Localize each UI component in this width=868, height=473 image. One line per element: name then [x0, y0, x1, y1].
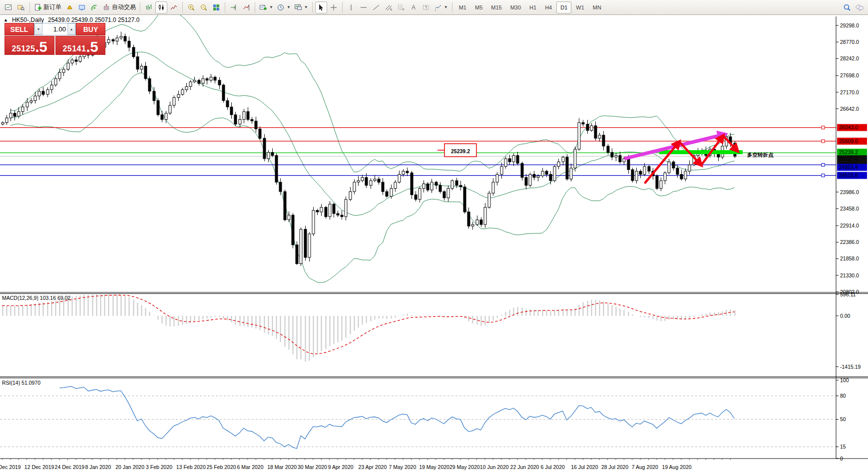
text-tool-button[interactable]: A [408, 1, 420, 13]
toolbar-separator [225, 2, 225, 13]
sell-price-frac: .5 [35, 40, 47, 53]
cursor-button[interactable] [315, 1, 327, 13]
profiles-button[interactable] [15, 1, 27, 13]
svg-text:24853.4: 24853.4 [839, 164, 858, 170]
volume-increase-button[interactable]: ▲ [67, 23, 75, 35]
price-level-callout-text: 25239.2 [451, 148, 470, 154]
svg-text:50: 50 [840, 416, 846, 422]
autoscroll-button[interactable] [240, 1, 252, 13]
cn-annotation-text: 多空转折点 [747, 152, 774, 158]
shapes-icon [434, 3, 442, 11]
mt4-window: { "toolbar": { "labels": { "new_order": … [0, 0, 868, 473]
chart-area[interactable]: 25239.2多空转折点26043.025609.025239.225042.0… [0, 15, 868, 473]
timeframe-mn-button[interactable]: MN [589, 1, 605, 13]
svg-text:25239.2: 25239.2 [839, 149, 858, 155]
candlestick-chart-button[interactable] [155, 1, 167, 13]
periods-button[interactable]: ▼ [275, 1, 292, 13]
market-watch-button[interactable] [76, 1, 88, 13]
timeframe-h4-button[interactable]: H4 [541, 1, 556, 13]
new-chart-button[interactable] [2, 1, 14, 13]
svg-text:22914.0: 22914.0 [840, 223, 859, 229]
chevron-down-icon: ▼ [304, 5, 308, 9]
toolbar-separator [140, 2, 140, 13]
date-tick-label: 7 May 2020 [389, 464, 416, 470]
shift-chart-button[interactable] [228, 1, 240, 13]
new-order-button[interactable]: 新订单 [32, 1, 63, 13]
templates-icon [294, 3, 302, 11]
svg-text:21330.0: 21330.0 [840, 272, 859, 278]
svg-text:28770.0: 28770.0 [840, 39, 859, 45]
toolbar-separator [342, 2, 343, 13]
signals-button[interactable] [88, 1, 100, 13]
timeframe-m1-button[interactable]: M1 [455, 1, 470, 13]
buy-button[interactable]: BUY [76, 23, 105, 35]
shapes-button[interactable]: ▼ [433, 1, 449, 13]
toolbar-separator [452, 2, 452, 13]
timeframe-h1-button[interactable]: H1 [525, 1, 540, 13]
chart-symbol-period: HK50-,Daily [12, 16, 44, 23]
timeframe-m30-button[interactable]: M30 [506, 1, 525, 13]
zoom-in-icon [187, 3, 195, 11]
date-tick-label: 19 Aug 2020 [662, 464, 692, 470]
one-click-trading-panel: SELL ▼ ▲ BUY 25125 .5 25141 .5 [4, 23, 105, 55]
autotrading-button[interactable]: 自动交易 [101, 1, 137, 13]
svg-text:25127.0: 25127.0 [839, 156, 858, 162]
search-button[interactable] [841, 1, 853, 13]
volume-decrease-button[interactable]: ▼ [34, 23, 42, 35]
indicators-icon [259, 3, 267, 11]
macd-indicator-label: MACD(12,26,9) 103.16 69.02 [2, 295, 70, 301]
sell-price-box[interactable]: 25125 .5 [4, 36, 54, 55]
svg-text:28242.0: 28242.0 [840, 55, 859, 61]
buy-price-box[interactable]: 25141 .5 [55, 36, 105, 55]
date-tick-label: 29 May 2020 [449, 464, 480, 470]
sell-button[interactable]: SELL [4, 23, 34, 35]
tile-windows-button[interactable] [210, 1, 222, 13]
svg-text:0: 0 [840, 456, 843, 462]
chat-button[interactable] [854, 1, 866, 13]
timeframe-w1-button[interactable]: W1 [572, 1, 588, 13]
fibonacci-icon: F [397, 3, 405, 11]
timeframe-d1-button[interactable]: D1 [556, 1, 571, 13]
timeframe-m15-button[interactable]: M15 [487, 1, 505, 13]
date-tick-label: 16 Jul 2020 [571, 464, 598, 470]
periods-icon [277, 3, 285, 11]
hline-icon [360, 3, 368, 11]
time-axis[interactable]: 5 Dec 201912 Dec 201924 Dec 20198 Jan 20… [0, 459, 730, 470]
vertical-line-button[interactable] [345, 1, 357, 13]
zoom-in-button[interactable] [185, 1, 197, 13]
chevron-down-icon: ▼ [444, 5, 448, 9]
date-tick-label: 23 Apr 2020 [359, 464, 387, 470]
trendline-button[interactable] [370, 1, 382, 13]
svg-text:26642.0: 26642.0 [840, 106, 859, 112]
quotes-button[interactable] [63, 1, 75, 13]
bar-chart-button[interactable] [143, 1, 155, 13]
timeframe-m5-button[interactable]: M5 [471, 1, 486, 13]
toolbar-separator [182, 2, 183, 13]
volume-input[interactable] [42, 23, 67, 35]
new-order-label: 新订单 [43, 3, 61, 11]
chart-ohlc-values: 25439.0 25439.0 25071.0 25127.0 [48, 16, 140, 23]
bar-chart-icon [145, 3, 153, 11]
equidistant-channel-button[interactable]: E [383, 1, 395, 13]
zoom-out-icon [200, 3, 208, 11]
indicators-button[interactable]: ▼ [258, 1, 275, 13]
market-watch-icon [78, 3, 86, 11]
label-tool-button[interactable]: T [420, 1, 432, 13]
templates-button[interactable]: ▼ [293, 1, 310, 13]
horizontal-line-button[interactable] [358, 1, 370, 13]
zoom-out-button[interactable] [198, 1, 210, 13]
fibonacci-button[interactable]: F [395, 1, 407, 13]
line-chart-button[interactable] [168, 1, 180, 13]
price-axis[interactable]: 26043.025609.025239.225042.025127.024853… [836, 16, 867, 462]
search-icon [843, 3, 851, 11]
date-tick-label: 3 Feb 2020 [146, 464, 172, 470]
candlestick-icon [157, 3, 165, 11]
chevron-down-icon: ▼ [287, 5, 291, 9]
crosshair-button[interactable] [328, 1, 340, 13]
chart-header: ▲ HK50-,Daily 25439.0 25439.0 25071.0 25… [3, 16, 139, 23]
main-toolbar: 新订单 自动交易 ▼ ▼ ▼ E F A T ▼ M1M5M15M30H1H4D… [0, 0, 868, 15]
svg-text:596.11: 596.11 [840, 291, 856, 297]
collapse-triangle-icon[interactable]: ▲ [3, 17, 8, 22]
svg-text:100: 100 [840, 377, 849, 383]
candlestick-series [1, 32, 736, 266]
